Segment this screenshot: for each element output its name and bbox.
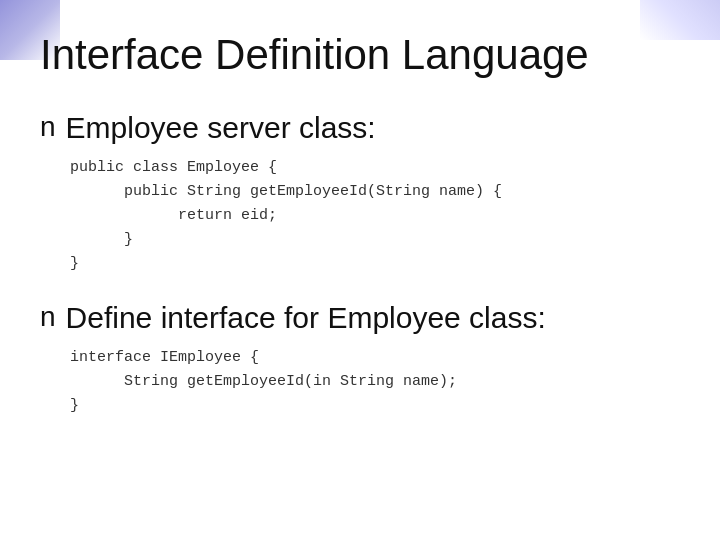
main-content: Interface Definition Language n Employee… bbox=[40, 30, 680, 520]
section1-code: public class Employee { public String ge… bbox=[70, 156, 680, 276]
bullet1: n bbox=[40, 110, 56, 144]
section2-heading-row: n Define interface for Employee class: bbox=[40, 300, 680, 336]
section2-heading: Define interface for Employee class: bbox=[66, 300, 546, 336]
section-employee-class: n Employee server class: public class Em… bbox=[40, 110, 680, 276]
section2-code: interface IEmployee { String getEmployee… bbox=[70, 346, 680, 418]
bullet2: n bbox=[40, 300, 56, 334]
section1-heading-row: n Employee server class: bbox=[40, 110, 680, 146]
section1-heading: Employee server class: bbox=[66, 110, 376, 146]
section-define-interface: n Define interface for Employee class: i… bbox=[40, 300, 680, 418]
page-title: Interface Definition Language bbox=[40, 30, 680, 80]
